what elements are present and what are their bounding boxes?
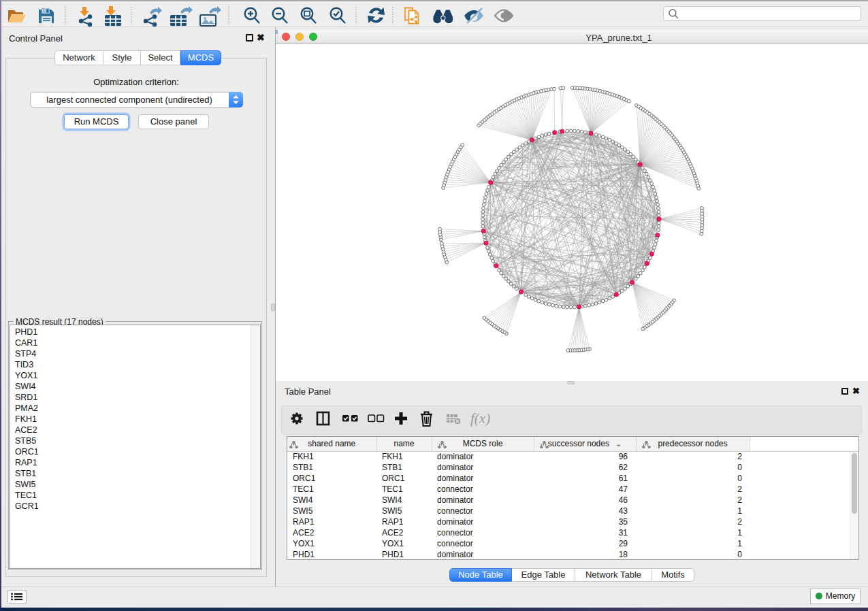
svg-text:f(x): f(x) [470,410,490,427]
